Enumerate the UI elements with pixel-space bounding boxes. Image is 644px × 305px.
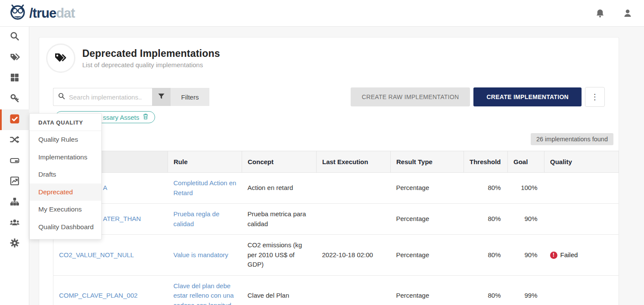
- sidebar-item-data-quality[interactable]: [0, 109, 29, 130]
- sidebar-item-access[interactable]: [0, 89, 29, 109]
- rule-link[interactable]: Prueba regla de calidad: [174, 210, 220, 227]
- result-type-cell: Percentage: [391, 275, 464, 305]
- trash-icon[interactable]: [143, 113, 149, 121]
- column-result-type[interactable]: Result Type: [391, 151, 464, 173]
- page-subtitle: List of deprecated quality implementatio…: [82, 61, 220, 68]
- concept-cell: CO2 emissions (kg per 2010 US$ of GDP): [242, 235, 317, 276]
- last-execution-cell: [317, 173, 391, 204]
- user-icon[interactable]: [622, 8, 633, 19]
- sidebar-item-taxonomy[interactable]: [0, 47, 29, 68]
- users-icon: [9, 217, 20, 229]
- concept-cell: Clave del Plan: [242, 275, 317, 305]
- table-row: ATER_THAN Prueba regla de calidad Prueba…: [53, 204, 619, 235]
- results-count-badge: 26 implementations found: [531, 133, 613, 145]
- implementation-link[interactable]: COMP_CLAVE_PLAN_002: [59, 292, 137, 299]
- hard-drive-icon: [9, 155, 20, 167]
- result-type-cell: Percentage: [391, 204, 464, 235]
- gear-icon: [9, 238, 20, 250]
- last-execution-cell: [317, 204, 391, 235]
- more-options-button[interactable]: ⋮: [585, 87, 605, 107]
- quality-status-label: Failed: [560, 250, 578, 260]
- implementation-link[interactable]: CO2_VALUE_NOT_NULL: [59, 251, 134, 258]
- result-type-cell: Percentage: [391, 235, 464, 276]
- sidebar-item-ingests[interactable]: [0, 192, 29, 213]
- column-quality[interactable]: Quality: [544, 151, 619, 173]
- filter-funnel-button[interactable]: [152, 88, 171, 106]
- result-type-cell: Percentage: [391, 173, 464, 204]
- search-icon: [9, 31, 20, 43]
- concept-cell: Action en retard: [242, 173, 317, 204]
- last-execution-cell: [317, 275, 391, 305]
- brand-name: /truedat: [29, 6, 75, 21]
- bell-icon[interactable]: [595, 8, 605, 19]
- shuffle-icon: [9, 134, 20, 146]
- threshold-cell: 80%: [464, 173, 508, 204]
- sidebar: [0, 27, 29, 305]
- search-box: [53, 88, 152, 106]
- quality-status-badge: Failed: [550, 250, 578, 260]
- search-icon: [58, 92, 69, 102]
- threshold-cell: 80%: [464, 235, 508, 276]
- chart-line-icon: [9, 176, 20, 188]
- check-square-icon: [9, 114, 20, 126]
- rule-link[interactable]: Value is mandatory: [174, 251, 228, 258]
- column-goal[interactable]: Goal: [508, 151, 544, 173]
- toolbar: Filters CREATE RAW IMPLEMENTATION CREATE…: [53, 87, 605, 107]
- sidebar-item-dashboard[interactable]: [0, 68, 29, 89]
- menu-item-my-executions[interactable]: My Executions: [30, 201, 101, 218]
- concept-cell: Prueba metrica para calidad: [242, 204, 317, 235]
- create-raw-implementation-button[interactable]: CREATE RAW IMPLEMENTATION: [351, 87, 470, 106]
- menu-item-drafts[interactable]: Drafts: [30, 166, 101, 184]
- column-concept[interactable]: Concept: [242, 151, 317, 173]
- quality-cell: [544, 173, 619, 204]
- active-filters-row: ssary Assets: [55, 111, 605, 123]
- quality-cell: Failed: [544, 235, 619, 276]
- truedat-logo[interactable]: /truedat: [8, 3, 75, 24]
- implementations-table: Rule Concept Last Execution Result Type …: [53, 151, 619, 305]
- last-execution-cell: 2022-10-18 02:00: [317, 235, 391, 276]
- menu-item-quality-rules[interactable]: Quality Rules: [30, 131, 101, 149]
- table-row: COMP_CLAVE_PLAN_002 Clave del plan debe …: [53, 275, 619, 305]
- rule-link[interactable]: Completitud Action en Retard: [174, 179, 236, 196]
- sidebar-item-structures[interactable]: [0, 151, 29, 171]
- goal-cell: 99%: [508, 275, 544, 305]
- owl-logo-icon: [8, 3, 28, 24]
- tags-icon: [9, 52, 20, 64]
- table-header-row: Rule Concept Last Execution Result Type …: [53, 151, 619, 173]
- sidebar-item-search[interactable]: [0, 27, 29, 47]
- column-threshold[interactable]: Threshold: [464, 151, 508, 173]
- sidebar-item-settings[interactable]: [0, 233, 29, 254]
- threshold-cell: 80%: [464, 204, 508, 235]
- quality-cell: [544, 275, 619, 305]
- sidebar-item-permissions[interactable]: [0, 213, 29, 233]
- page-header: Deprecated Implementations List of depre…: [39, 37, 619, 73]
- threshold-cell: 80%: [464, 275, 508, 305]
- topbar: /truedat: [0, 0, 644, 27]
- goal-cell: 90%: [508, 235, 544, 276]
- page-title: Deprecated Implementations: [82, 48, 220, 59]
- create-implementation-button[interactable]: CREATE IMPLEMENTATION: [473, 87, 582, 106]
- rule-link[interactable]: Clave del plan debe estar relleno con un…: [174, 282, 234, 305]
- column-rule[interactable]: Rule: [168, 151, 242, 173]
- goal-cell: 100%: [508, 173, 544, 204]
- filter-chip-label: ssary Assets: [103, 114, 139, 121]
- deprecated-implementations-card: Deprecated Implementations List of depre…: [39, 37, 619, 305]
- grid-icon: [9, 72, 20, 84]
- search-input[interactable]: [69, 93, 148, 101]
- table-row: A Completitud Action en Retard Action en…: [53, 173, 619, 204]
- sitemap-icon: [9, 196, 20, 209]
- tag-circle-icon: [46, 44, 75, 73]
- column-last-execution[interactable]: Last Execution: [317, 151, 391, 173]
- sidebar-item-lineage[interactable]: [0, 130, 29, 151]
- sidebar-item-insights[interactable]: [0, 171, 29, 192]
- funnel-icon: [157, 92, 165, 102]
- menu-item-implementations[interactable]: Implementations: [30, 149, 101, 166]
- main-content: Deprecated Implementations List of depre…: [29, 27, 644, 305]
- menu-item-quality-dashboard[interactable]: Quality Dashboard: [30, 218, 101, 236]
- quality-cell: [544, 204, 619, 235]
- error-circle-icon: [550, 252, 557, 259]
- table-row: CO2_VALUE_NOT_NULL Value is mandatory CO…: [53, 235, 619, 276]
- data-quality-flyout-menu: DATA QUALITY Quality Rules Implementatio…: [29, 113, 102, 240]
- menu-item-deprecated[interactable]: Deprecated: [30, 184, 101, 201]
- filters-button[interactable]: Filters: [171, 88, 209, 106]
